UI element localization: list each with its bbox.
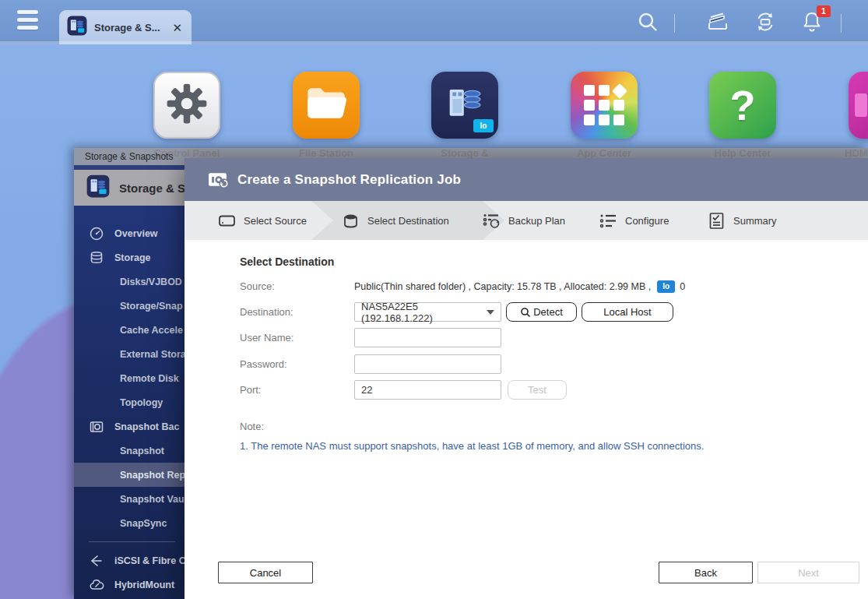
dialog-header: Create a Snapshot Replication Job [184, 158, 868, 201]
topbar: Storage & S... ✕ [0, 0, 868, 44]
io-badge: Io [473, 119, 494, 132]
summary-document-icon [706, 210, 727, 231]
note-label: Note: [240, 421, 264, 432]
share-arrow-icon [89, 553, 104, 569]
back-button[interactable]: Back [659, 562, 753, 583]
main-menu-button[interactable] [16, 7, 42, 37]
gear-icon [164, 81, 209, 129]
search-button[interactable] [635, 11, 660, 36]
camera-icon [89, 419, 104, 435]
sidebar-divider [89, 541, 175, 542]
external-device-sync-button[interactable] [753, 11, 778, 36]
sidebar: Overview Storage Disks/VJBOD Storage/Sna… [74, 206, 184, 599]
desktop-icon-help-center[interactable]: ? [709, 72, 776, 139]
window-app-name: Storage & S [119, 181, 185, 195]
section-heading: Select Destination [240, 255, 334, 268]
source-row: Source: Public(Thin shared folder) , Cap… [240, 277, 860, 296]
sidebar-item-external-storage[interactable]: External Stora [74, 342, 184, 366]
tab-label: Storage & S... [94, 22, 160, 33]
sidebar-item-hybridmount[interactable]: HybridMount [74, 573, 184, 597]
sidebar-item-cache-acceleration[interactable]: Cache Accele [74, 318, 184, 342]
gauge-icon [89, 226, 104, 241]
local-host-button[interactable]: Local Host [582, 302, 673, 322]
wizard-steps: Select Source Select Destination Backup … [184, 201, 868, 240]
sidebar-item-iscsi-fibre[interactable]: iSCSI & Fibre C [74, 548, 184, 573]
sidebar-item-snapshot-vault[interactable]: Snapshot Vau [74, 487, 184, 511]
hdmi-glyph [855, 93, 867, 117]
desktop-icon-app-center[interactable] [571, 72, 638, 139]
app-grid-icon [584, 85, 624, 125]
sidebar-item-remote-disk[interactable]: Remote Disk [74, 366, 184, 390]
step-configure[interactable]: Configure [598, 201, 669, 240]
storage-snapshots-app-icon [67, 16, 87, 39]
sidebar-item-topology[interactable]: Topology [74, 390, 184, 414]
note-text: 1. The remote NAS must support snapshots… [240, 440, 704, 452]
destination-select[interactable]: NAS5A22E5 (192.168.1.222) [354, 302, 501, 322]
app-tab-storage-snapshots[interactable]: Storage & S... ✕ [59, 10, 192, 44]
settings-list-icon [598, 210, 619, 231]
dialog-content: Select Destination Source: Public(Thin s… [184, 240, 868, 599]
destination-selected-value: NAS5A22E5 (192.168.1.222) [361, 301, 487, 324]
sidebar-item-snapsync[interactable]: SnapSync [74, 511, 184, 535]
sidebar-item-storage[interactable]: Storage [74, 245, 184, 270]
drive-icon [216, 210, 237, 231]
password-label: Password: [240, 358, 354, 370]
topbar-divider [841, 14, 842, 33]
chevron-down-icon [487, 310, 494, 315]
background-tasks-icon [706, 10, 729, 37]
sidebar-item-disks-vjbod[interactable]: Disks/VJBOD [74, 270, 184, 294]
username-input[interactable] [354, 328, 501, 347]
desktop-icon-file-station[interactable] [293, 72, 360, 139]
window-title: Storage & Snapshots [85, 151, 173, 162]
create-snapshot-replication-job-dialog: Create a Snapshot Replication Job Select… [184, 158, 868, 599]
step-backup-plan[interactable]: Backup Plan [481, 201, 565, 240]
close-icon[interactable]: ✕ [172, 22, 182, 33]
detect-button[interactable]: Detect [506, 302, 577, 322]
password-row: Password: [240, 354, 860, 374]
cloud-icon [89, 577, 104, 593]
sidebar-item-storage-snapshots[interactable]: Storage/Snap [74, 294, 184, 318]
database-icon [340, 210, 361, 231]
step-summary[interactable]: Summary [706, 201, 777, 240]
desktop-icon-control-panel[interactable] [153, 72, 220, 139]
storage-snapshots-app-icon [86, 174, 110, 201]
sidebar-item-overview[interactable]: Overview [74, 221, 184, 245]
step-select-source[interactable]: Select Source [216, 201, 307, 240]
snapshot-replication-icon [208, 170, 230, 189]
destination-row: Destination: NAS5A22E5 (192.168.1.222) D… [240, 302, 860, 322]
next-button[interactable]: Next [757, 562, 859, 583]
background-tasks-button[interactable] [705, 11, 730, 36]
io-badge: Io [657, 280, 675, 293]
search-icon [636, 10, 659, 37]
username-label: User Name: [240, 332, 354, 344]
sidebar-item-snapshot-backup[interactable]: Snapshot Bac [74, 414, 184, 439]
password-input[interactable] [354, 354, 501, 374]
folder-icon [305, 86, 347, 125]
port-input[interactable] [354, 380, 501, 400]
sidebar-item-snapshot-replication[interactable]: Snapshot Rep [74, 463, 184, 487]
schedule-list-icon [481, 210, 502, 231]
desktop-icon-storage-snapshots[interactable]: Io [431, 72, 498, 139]
source-snapshot-count: 0 [680, 281, 685, 292]
cancel-button[interactable]: Cancel [218, 562, 313, 583]
qts-desktop: Io ? Control Panel File Station Storage … [0, 0, 868, 599]
step-select-destination[interactable]: Select Destination [340, 201, 449, 240]
test-button[interactable]: Test [508, 380, 567, 400]
username-row: User Name: [240, 328, 860, 347]
topbar-divider [674, 14, 675, 33]
notification-count-badge: 1 [817, 5, 831, 17]
external-device-sync-icon [753, 9, 778, 37]
source-value: Public(Thin shared folder) , Capacity: 1… [354, 281, 651, 292]
disks-icon [89, 250, 104, 266]
source-label: Source: [240, 280, 354, 292]
destination-label: Destination: [240, 306, 354, 318]
question-mark-icon: ? [730, 81, 756, 129]
port-row: Port: Test [240, 380, 860, 400]
sidebar-item-snapshot[interactable]: Snapshot [74, 439, 184, 463]
port-label: Port: [240, 384, 354, 396]
dialog-title: Create a Snapshot Replication Job [237, 172, 461, 188]
desktop-icon-hdmi[interactable] [849, 72, 868, 139]
search-icon [520, 307, 531, 318]
